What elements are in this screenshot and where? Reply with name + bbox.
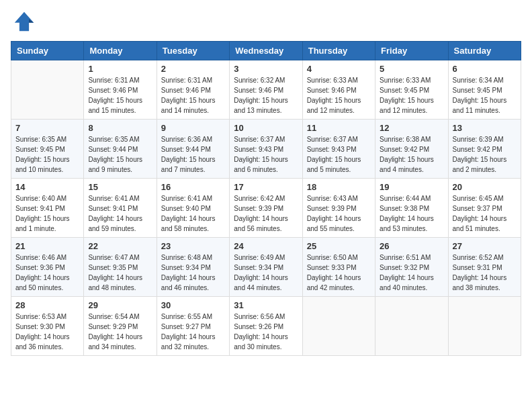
calendar-cell: 2Sunrise: 6:31 AM Sunset: 9:46 PM Daylig…	[157, 60, 229, 120]
calendar-cell: 25Sunrise: 6:50 AM Sunset: 9:33 PM Dayli…	[302, 238, 375, 297]
column-header-wednesday: Wednesday	[230, 42, 302, 60]
day-number: 7	[15, 123, 79, 133]
column-header-saturday: Saturday	[448, 42, 521, 60]
calendar-cell: 12Sunrise: 6:38 AM Sunset: 9:42 PM Dayli…	[375, 120, 448, 179]
day-number: 5	[380, 64, 443, 74]
day-number: 15	[88, 182, 152, 192]
calendar-cell: 19Sunrise: 6:44 AM Sunset: 9:38 PM Dayli…	[375, 179, 448, 238]
cell-content: Sunrise: 6:41 AM Sunset: 9:40 PM Dayligh…	[161, 193, 225, 234]
day-number: 25	[307, 241, 371, 251]
calendar-cell: 23Sunrise: 6:48 AM Sunset: 9:34 PM Dayli…	[157, 238, 229, 297]
cell-content: Sunrise: 6:52 AM Sunset: 9:31 PM Dayligh…	[453, 253, 517, 293]
calendar-cell: 9Sunrise: 6:36 AM Sunset: 9:44 PM Daylig…	[157, 120, 229, 179]
day-number: 20	[453, 182, 517, 192]
calendar-cell: 20Sunrise: 6:45 AM Sunset: 9:37 PM Dayli…	[448, 179, 521, 238]
calendar-cell: 7Sunrise: 6:35 AM Sunset: 9:45 PM Daylig…	[11, 120, 84, 179]
calendar-cell: 28Sunrise: 6:53 AM Sunset: 9:30 PM Dayli…	[11, 297, 84, 356]
column-header-tuesday: Tuesday	[157, 42, 229, 60]
day-number: 16	[161, 182, 225, 192]
cell-content: Sunrise: 6:35 AM Sunset: 9:45 PM Dayligh…	[15, 134, 79, 175]
day-number: 22	[88, 241, 152, 251]
day-number: 6	[453, 64, 517, 74]
page-header	[11, 11, 521, 36]
cell-content: Sunrise: 6:41 AM Sunset: 9:41 PM Dayligh…	[88, 193, 152, 234]
day-number: 19	[380, 182, 443, 192]
day-number: 26	[380, 241, 443, 251]
cell-content: Sunrise: 6:44 AM Sunset: 9:38 PM Dayligh…	[380, 193, 443, 234]
logo	[11, 11, 35, 36]
calendar-week-row: 21Sunrise: 6:46 AM Sunset: 9:36 PM Dayli…	[11, 238, 521, 297]
cell-content: Sunrise: 6:34 AM Sunset: 9:45 PM Dayligh…	[453, 75, 517, 116]
day-number: 13	[453, 123, 517, 133]
cell-content: Sunrise: 6:35 AM Sunset: 9:44 PM Dayligh…	[88, 134, 152, 175]
day-number: 8	[88, 123, 152, 133]
cell-content: Sunrise: 6:55 AM Sunset: 9:27 PM Dayligh…	[161, 312, 225, 352]
cell-content: Sunrise: 6:45 AM Sunset: 9:37 PM Dayligh…	[453, 193, 517, 234]
calendar-cell: 15Sunrise: 6:41 AM Sunset: 9:41 PM Dayli…	[84, 179, 157, 238]
calendar-cell: 6Sunrise: 6:34 AM Sunset: 9:45 PM Daylig…	[448, 60, 521, 120]
cell-content: Sunrise: 6:40 AM Sunset: 9:41 PM Dayligh…	[15, 193, 79, 234]
day-number: 27	[453, 241, 517, 251]
day-number: 10	[234, 123, 298, 133]
calendar-week-row: 7Sunrise: 6:35 AM Sunset: 9:45 PM Daylig…	[11, 120, 521, 179]
calendar-cell	[375, 297, 448, 356]
calendar-cell: 30Sunrise: 6:55 AM Sunset: 9:27 PM Dayli…	[157, 297, 229, 356]
calendar-cell: 5Sunrise: 6:33 AM Sunset: 9:45 PM Daylig…	[375, 60, 448, 120]
day-number: 28	[15, 300, 79, 310]
calendar-cell: 3Sunrise: 6:32 AM Sunset: 9:46 PM Daylig…	[230, 60, 302, 120]
day-number: 14	[15, 182, 79, 192]
calendar-cell	[11, 60, 84, 120]
day-number: 31	[234, 300, 298, 310]
day-number: 30	[161, 300, 225, 310]
cell-content: Sunrise: 6:37 AM Sunset: 9:43 PM Dayligh…	[234, 134, 298, 175]
cell-content: Sunrise: 6:32 AM Sunset: 9:46 PM Dayligh…	[234, 75, 298, 116]
cell-content: Sunrise: 6:54 AM Sunset: 9:29 PM Dayligh…	[88, 312, 152, 352]
cell-content: Sunrise: 6:47 AM Sunset: 9:35 PM Dayligh…	[88, 253, 152, 293]
calendar-week-row: 14Sunrise: 6:40 AM Sunset: 9:41 PM Dayli…	[11, 179, 521, 238]
cell-content: Sunrise: 6:39 AM Sunset: 9:42 PM Dayligh…	[453, 134, 517, 175]
day-number: 24	[234, 241, 298, 251]
calendar-cell: 21Sunrise: 6:46 AM Sunset: 9:36 PM Dayli…	[11, 238, 84, 297]
cell-content: Sunrise: 6:51 AM Sunset: 9:32 PM Dayligh…	[380, 253, 443, 293]
calendar-cell: 26Sunrise: 6:51 AM Sunset: 9:32 PM Dayli…	[375, 238, 448, 297]
svg-marker-1	[29, 19, 34, 22]
calendar-cell: 31Sunrise: 6:56 AM Sunset: 9:26 PM Dayli…	[230, 297, 302, 356]
day-number: 18	[307, 182, 371, 192]
calendar-cell: 1Sunrise: 6:31 AM Sunset: 9:46 PM Daylig…	[84, 60, 157, 120]
calendar-cell: 8Sunrise: 6:35 AM Sunset: 9:44 PM Daylig…	[84, 120, 157, 179]
day-number: 11	[307, 123, 371, 133]
calendar-cell: 4Sunrise: 6:33 AM Sunset: 9:46 PM Daylig…	[302, 60, 375, 120]
logo-icon	[13, 11, 35, 32]
cell-content: Sunrise: 6:37 AM Sunset: 9:43 PM Dayligh…	[307, 134, 371, 175]
cell-content: Sunrise: 6:31 AM Sunset: 9:46 PM Dayligh…	[88, 75, 152, 116]
day-number: 21	[15, 241, 79, 251]
column-header-thursday: Thursday	[302, 42, 375, 60]
calendar-week-row: 1Sunrise: 6:31 AM Sunset: 9:46 PM Daylig…	[11, 60, 521, 120]
cell-content: Sunrise: 6:53 AM Sunset: 9:30 PM Dayligh…	[15, 312, 79, 352]
day-number: 9	[161, 123, 225, 133]
calendar-cell: 22Sunrise: 6:47 AM Sunset: 9:35 PM Dayli…	[84, 238, 157, 297]
calendar-cell: 29Sunrise: 6:54 AM Sunset: 9:29 PM Dayli…	[84, 297, 157, 356]
cell-content: Sunrise: 6:46 AM Sunset: 9:36 PM Dayligh…	[15, 253, 79, 293]
cell-content: Sunrise: 6:33 AM Sunset: 9:46 PM Dayligh…	[307, 75, 371, 116]
calendar-cell	[448, 297, 521, 356]
cell-content: Sunrise: 6:33 AM Sunset: 9:45 PM Dayligh…	[380, 75, 443, 116]
day-number: 4	[307, 64, 371, 74]
calendar-header-row: SundayMondayTuesdayWednesdayThursdayFrid…	[11, 42, 521, 60]
cell-content: Sunrise: 6:36 AM Sunset: 9:44 PM Dayligh…	[161, 134, 225, 175]
day-number: 29	[88, 300, 152, 310]
calendar-table: SundayMondayTuesdayWednesdayThursdayFrid…	[11, 41, 521, 356]
column-header-sunday: Sunday	[11, 42, 84, 60]
column-header-monday: Monday	[84, 42, 157, 60]
cell-content: Sunrise: 6:42 AM Sunset: 9:39 PM Dayligh…	[234, 193, 298, 234]
day-number: 3	[234, 64, 298, 74]
calendar-cell: 18Sunrise: 6:43 AM Sunset: 9:39 PM Dayli…	[302, 179, 375, 238]
cell-content: Sunrise: 6:49 AM Sunset: 9:34 PM Dayligh…	[234, 253, 298, 293]
column-header-friday: Friday	[375, 42, 448, 60]
cell-content: Sunrise: 6:50 AM Sunset: 9:33 PM Dayligh…	[307, 253, 371, 293]
cell-content: Sunrise: 6:38 AM Sunset: 9:42 PM Dayligh…	[380, 134, 443, 175]
calendar-cell: 11Sunrise: 6:37 AM Sunset: 9:43 PM Dayli…	[302, 120, 375, 179]
calendar-cell	[302, 297, 375, 356]
cell-content: Sunrise: 6:56 AM Sunset: 9:26 PM Dayligh…	[234, 312, 298, 352]
calendar-cell: 17Sunrise: 6:42 AM Sunset: 9:39 PM Dayli…	[230, 179, 302, 238]
